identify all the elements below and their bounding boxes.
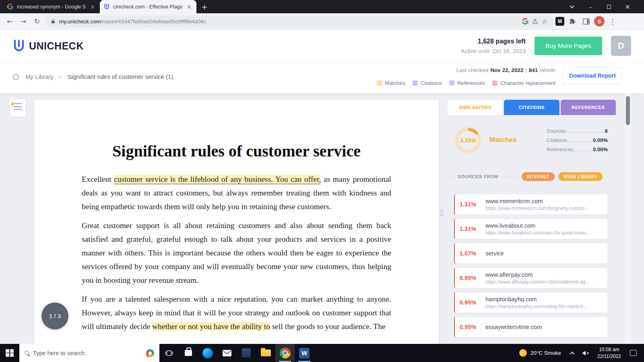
taskbar-app-store[interactable] (179, 344, 198, 362)
microsoft-store-icon (185, 350, 192, 356)
side-panel-icon[interactable] (580, 16, 592, 27)
close-button[interactable] (618, 0, 637, 13)
source-domain: www.momentcrm.com (485, 198, 603, 204)
google-account-icon[interactable] (522, 18, 528, 25)
last-checked-date: Nov 22, 2022 (490, 67, 523, 73)
source-list: 1.31% www.momentcrm.comhttps://www.momen… (454, 194, 608, 341)
task-view-button[interactable] (159, 344, 179, 362)
new-tab-button[interactable] (199, 1, 210, 12)
box-app-icon (242, 348, 251, 358)
system-tray: 20°C Smoke 10:08 am 22/11/2022 (514, 344, 644, 362)
buy-more-pages-button[interactable]: Buy More Pages (535, 37, 602, 55)
source-percent: 1.07% (460, 250, 480, 257)
bookmark-star-icon[interactable] (542, 18, 547, 25)
legend-label: References (457, 80, 485, 86)
weather-sun-icon (519, 349, 527, 357)
clock-widget[interactable]: 10:08 am 22/11/2022 (593, 346, 625, 359)
weather-widget[interactable]: 20°C Smoke (514, 349, 566, 357)
source-percent: 0.95% (460, 275, 480, 281)
tab-similarities[interactable]: SIMILARITIES (448, 100, 503, 115)
taskbar-search-input[interactable]: Type here to search (19, 344, 159, 362)
action-center-icon[interactable] (630, 350, 637, 356)
tab-search-button[interactable] (563, 0, 581, 13)
taskbar-app-file-explorer[interactable] (256, 344, 275, 362)
match-percent-value: 3.33% (458, 131, 478, 150)
taskbar-app-mail[interactable] (217, 344, 237, 362)
unicheck-favicon-icon (104, 4, 109, 10)
home-icon[interactable] (12, 73, 20, 80)
tab-citations[interactable]: CITATIONS (504, 100, 559, 115)
matched-text-highlight[interactable]: whether or not you have the ability to (152, 322, 270, 331)
filter-your-library-button[interactable]: YOUR LIBRARY (558, 172, 603, 181)
share-icon[interactable] (532, 19, 538, 25)
source-item[interactable]: 1.31% www.momentcrm.comhttps://www.momen… (454, 194, 608, 215)
browser-profile-avatar[interactable]: S (594, 16, 605, 27)
page-thumbnails-toggle[interactable] (10, 99, 25, 117)
matches-label: Matches (489, 136, 517, 144)
edge-icon (202, 348, 213, 358)
search-highlights-icon[interactable] (146, 349, 154, 357)
matched-text-highlight[interactable]: customer service is the lifeblood of any… (114, 175, 321, 184)
stat-sources: Sources6 (547, 128, 608, 134)
breadcrumb-my-library[interactable]: My Library (25, 73, 54, 80)
back-button[interactable] (4, 16, 15, 27)
dotted-leader (566, 132, 605, 133)
filter-internet-button[interactable]: INTERNET (522, 172, 555, 181)
lock-icon[interactable] (51, 19, 56, 24)
forward-button[interactable] (18, 16, 29, 27)
tab-close-icon[interactable] (89, 4, 96, 10)
volume-muted-icon[interactable] (579, 350, 592, 356)
reload-button[interactable] (31, 16, 43, 27)
source-item[interactable]: 0.95% essaywriters4me.com (454, 317, 608, 337)
matches-swatch (377, 80, 382, 86)
source-item[interactable]: 0.95% hamptonbayhq.comhttps://hamptonbay… (454, 292, 608, 313)
taskbar-app-edge[interactable] (198, 344, 217, 362)
taskbar-app-chrome[interactable] (275, 344, 295, 362)
legend-label: Matches (385, 80, 405, 86)
browser-tab-google-search[interactable]: increased synonym - Google Sea (3, 0, 100, 13)
extensions-puzzle-icon[interactable] (567, 16, 578, 27)
source-domain: service (485, 250, 603, 257)
scrollbar-thumb[interactable] (626, 96, 630, 125)
address-bar[interactable]: my.unicheck.com/report/43347fe80ad34efea… (45, 16, 553, 27)
last-checked-meta: Last checked Nov 22, 2022 | 841 Words (456, 67, 555, 73)
taskbar-app-box[interactable] (237, 344, 256, 362)
browser-tab-unicheck[interactable]: Unicheck.com - Effective Plagiari (100, 0, 196, 13)
brand-name: UNICHECK (29, 40, 84, 52)
source-item[interactable]: 1.07% service (454, 243, 608, 264)
source-item[interactable]: 1.31% www.liveabout.comhttps://www.livea… (454, 218, 608, 239)
tray-expand-chevron-icon[interactable] (570, 352, 574, 356)
source-url: https://www.afterpay.com/en-US/installme… (485, 279, 603, 285)
breadcrumb-separator-icon: › (59, 72, 62, 80)
words-label: Words (540, 67, 555, 73)
search-icon (25, 351, 29, 355)
chrome-icon (280, 348, 291, 358)
pages-left-text: 1,628 pages left (461, 38, 526, 45)
stat-label: Sources (547, 128, 566, 134)
match-summary: 3.33% Matches Sources6 Citations0.00% Re… (451, 126, 616, 155)
windows-logo-icon (6, 349, 14, 357)
extension-m-icon[interactable]: M (555, 17, 564, 26)
browser-menu-icon[interactable] (607, 16, 618, 27)
tab-close-icon[interactable] (186, 4, 192, 10)
panel-resize-handle[interactable] (440, 210, 444, 216)
tab-references[interactable]: REFERENCES (561, 100, 616, 115)
source-percent: 1.31% (460, 201, 480, 208)
word-icon (299, 348, 310, 358)
screen: increased synonym - Google Sea Unicheck.… (0, 0, 644, 362)
taskbar-app-word[interactable] (295, 344, 314, 362)
start-button[interactable] (0, 344, 19, 362)
url-path: /report/43347fe80ad34efeae55cbfff6b4d06c (101, 19, 206, 25)
account-avatar[interactable]: D (611, 36, 631, 56)
breadcrumb: My Library › Significant rules of custom… (12, 72, 173, 80)
minimize-button[interactable] (581, 0, 600, 13)
unicheck-logo[interactable]: UNICHECK (13, 39, 84, 53)
stat-label: Citations (547, 137, 567, 143)
match-percent-gauge: 3.33% (456, 128, 481, 153)
maximize-button[interactable] (600, 0, 618, 13)
download-report-button[interactable]: Download Report (563, 67, 622, 84)
scrollbar[interactable] (625, 93, 631, 344)
source-item[interactable]: 0.95% www.afterpay.comhttps://www.afterp… (454, 267, 608, 288)
page-indicator: 1 / 3 (41, 302, 68, 329)
sources-from-label: SOURCES FROM (458, 174, 498, 179)
